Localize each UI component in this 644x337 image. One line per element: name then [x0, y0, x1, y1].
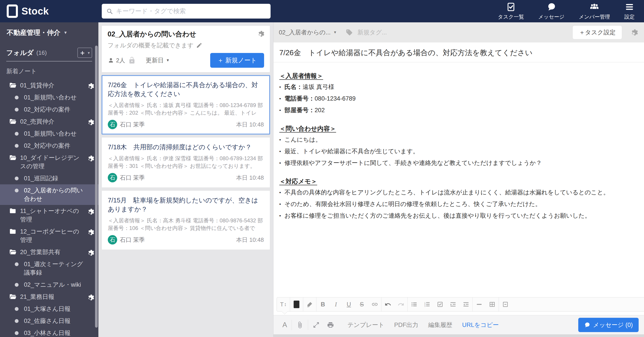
- add-folder-button[interactable]: ＋ ▼: [77, 48, 92, 58]
- edit-history-link[interactable]: 編集履歴: [428, 321, 452, 329]
- folder-gear-icon[interactable]: [88, 82, 95, 90]
- bold-button[interactable]: B: [316, 298, 330, 311]
- note-folder-breadcrumb[interactable]: 02_入居者からの... ▼: [279, 28, 337, 36]
- sidebar-folder-item[interactable]: 10_ダイドーレジデンスの管理: [0, 152, 98, 172]
- folder-gear-icon[interactable]: [88, 208, 95, 215]
- note-title[interactable]: 7/26金 トイレや給湯器に不具合がある場合の、対応方法を教えてください: [279, 48, 637, 58]
- sidebar-note-item[interactable]: 02_佐藤さん日報: [0, 315, 98, 327]
- color-swatch-button[interactable]: [290, 298, 303, 311]
- note-card[interactable]: 7/15月 駐車場を新規契約したいのですが、空きはありますか？＜入居者情報＞ 氏…: [102, 190, 270, 250]
- checkbox-list-button[interactable]: [434, 298, 446, 311]
- note-card[interactable]: 7/26金 トイレや給湯器に不具合がある場合の、対応方法を教えてください＜入居者…: [102, 75, 270, 135]
- font-style-button[interactable]: A: [279, 321, 291, 329]
- table-remove-button[interactable]: [499, 298, 512, 311]
- fullscreen-button[interactable]: [309, 321, 323, 329]
- sidebar-scrollbar[interactable]: [95, 45, 98, 328]
- sidebar-item-new-notes[interactable]: 新着ノート: [0, 61, 98, 77]
- sidebar-note-item[interactable]: 01_週次ミーティング議事録: [0, 258, 98, 279]
- table-button[interactable]: [486, 298, 499, 311]
- indent-button[interactable]: [446, 298, 460, 311]
- highlighter-button[interactable]: [303, 298, 316, 311]
- horizontal-rule-button[interactable]: [473, 298, 486, 311]
- folder-gear-icon[interactable]: [88, 229, 95, 236]
- folder-gear-icon[interactable]: [88, 294, 95, 301]
- horizontal-rule-icon: [477, 304, 482, 305]
- new-tag-input[interactable]: [357, 29, 572, 36]
- workspace-switcher[interactable]: 不動産管理・仲介 ▼: [0, 22, 98, 37]
- sidebar-note-item[interactable]: 01_新規問い合わせ: [0, 128, 98, 140]
- list-ol-button[interactable]: 123: [420, 298, 434, 311]
- message-button[interactable]: メッセージ (0): [578, 318, 639, 332]
- redo-button[interactable]: [394, 298, 408, 311]
- checkbox-list-icon: [437, 301, 444, 308]
- link-button[interactable]: [368, 298, 381, 311]
- sidebar-folder-item[interactable]: 21_業務日報: [0, 291, 98, 303]
- sidebar-note-item[interactable]: 03_小林さん日報: [0, 327, 98, 337]
- sidebar-folder-item[interactable]: 11_シャトーオナベの管理: [0, 205, 98, 226]
- nav-settings[interactable]: 設定: [624, 2, 634, 20]
- note-section: ＜問い合わせ内容＞こんにちは。最近、トイレや給湯器に不具合が生じています。修理依…: [279, 124, 637, 168]
- printer-icon: [327, 321, 334, 329]
- sidebar-folder-item[interactable]: 02_売買仲介: [0, 115, 98, 128]
- nav-task-list[interactable]: タスク一覧: [498, 2, 524, 20]
- sidebar-note-item[interactable]: 02_対応中の案件: [0, 140, 98, 152]
- list-ul-button[interactable]: [408, 298, 420, 311]
- undo-button[interactable]: [382, 298, 394, 311]
- list-ol-icon: 123: [424, 301, 430, 308]
- sort-selector[interactable]: 更新日 ▼: [146, 56, 170, 64]
- sidebar-note-item[interactable]: 01_新規問い合わせ: [0, 91, 98, 103]
- member-count[interactable]: 2人: [116, 56, 125, 64]
- folder-gear-icon[interactable]: [88, 155, 95, 162]
- sidebar-folder-item[interactable]: 12_コーポダーヒーの管理: [0, 226, 98, 246]
- folder-gear-icon[interactable]: [88, 249, 95, 256]
- app-logo[interactable]: Stock: [0, 4, 49, 18]
- note-card-snippet: ＜入居者情報＞ 氏名：高木 勇斗様 電話番号：080-9876-5432 部屋番…: [108, 217, 264, 232]
- copy-url-link[interactable]: URLをコピー: [462, 321, 499, 329]
- chevron-down-icon: ▼: [87, 51, 90, 55]
- app-name: Stock: [22, 5, 49, 17]
- sidebar-folder-item[interactable]: 01_賃貸仲介: [0, 79, 98, 91]
- nav-messages[interactable]: メッセージ: [538, 2, 564, 20]
- attach-file-button[interactable]: [293, 321, 307, 329]
- note-card-author: 石口 茉季: [120, 236, 145, 244]
- new-note-button[interactable]: ＋ 新規ノート: [210, 53, 264, 68]
- redo-icon: [398, 301, 404, 308]
- print-button[interactable]: [323, 321, 338, 329]
- folder-settings-gear-icon[interactable]: [258, 30, 265, 37]
- global-search[interactable]: [102, 4, 270, 18]
- note-section: ＜対応メモ＞不具合の具体的な内容をヒアリングしたところ、トイレは流水が止まりにく…: [279, 177, 637, 221]
- strikethrough-button[interactable]: S: [355, 298, 368, 311]
- folder-closed-icon: [9, 228, 16, 235]
- sidebar-note-item[interactable]: 01_大塚さん日報: [0, 303, 98, 315]
- note-settings-gear-icon[interactable]: [631, 29, 639, 36]
- note-editor-body[interactable]: 7/26金 トイレや給湯器に不具合がある場合の、対応方法を教えてください ＜入居…: [274, 42, 644, 297]
- text-size-button[interactable]: T↕: [277, 298, 290, 311]
- sidebar-note-item[interactable]: 01_巡回記録: [0, 172, 98, 184]
- nav-label: メンバー管理: [579, 13, 610, 20]
- note-sections: ＜入居者情報＞氏名：遠坂 真弓様電話番号：080-1234-6789部屋番号：2…: [279, 72, 637, 221]
- task-settings-button[interactable]: ＋タスク設定: [572, 25, 622, 39]
- outdent-button[interactable]: [460, 298, 472, 311]
- lock-open-icon: [128, 56, 136, 64]
- note-card[interactable]: 7/18木 共用部の清掃頻度はどのくらいですか？＜入居者情報＞ 氏名：伊達 深雪…: [102, 137, 270, 188]
- folder-gear-icon[interactable]: [88, 119, 95, 126]
- folder-description[interactable]: フォルダの概要を記載できます: [108, 41, 264, 49]
- bullet-item: お客様に修理をご担当いただく方のご連絡先をお伝えし、後は直接やり取りを行っていた…: [279, 211, 637, 221]
- pdf-export-link[interactable]: PDF出力: [394, 321, 418, 329]
- underline-button[interactable]: U: [342, 298, 355, 311]
- sidebar-item-label: 21_業務日報: [20, 293, 54, 301]
- italic-button[interactable]: I: [330, 298, 342, 311]
- nav-member-management[interactable]: メンバー管理: [579, 2, 610, 20]
- folder-tree: 01_賃貸仲介01_新規問い合わせ02_対応中の案件02_売買仲介01_新規問い…: [0, 79, 98, 337]
- folder-open-icon: [9, 82, 16, 89]
- bullet-label: 氏名：: [284, 82, 302, 91]
- search-input[interactable]: [116, 7, 266, 15]
- sidebar-note-item[interactable]: 02_入居者からの問い合わせ: [0, 184, 98, 205]
- sidebar-folder-item[interactable]: 20_営業部共有: [0, 246, 98, 258]
- sidebar-note-item[interactable]: 02_対応中の案件: [0, 103, 98, 115]
- font-a-icon: A: [282, 321, 287, 329]
- sidebar: 不動産管理・仲介 ▼ フォルダ (16) ＋ ▼ 新着ノート 01_賃貸仲介01…: [0, 22, 98, 337]
- sidebar-note-item[interactable]: 02_マニュアル・wiki: [0, 279, 98, 291]
- divider: [274, 62, 644, 62]
- template-link[interactable]: テンプレート: [348, 321, 384, 329]
